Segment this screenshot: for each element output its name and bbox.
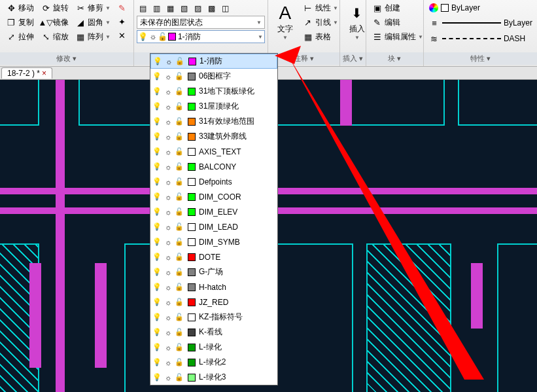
sun-icon: ☼: [164, 238, 173, 247]
layer-item[interactable]: 💡☼🔓DIM_COOR: [150, 189, 277, 204]
layer-name: G-广场: [199, 266, 223, 277]
layer-tool-6-icon[interactable]: ▩: [205, 3, 218, 14]
sun-icon: ☼: [164, 358, 173, 367]
linetype-combo[interactable]: ≋DASH: [428, 33, 534, 45]
layer-item[interactable]: 💡☼🔓1-消防: [150, 54, 277, 69]
layer-item[interactable]: 💡☼🔓AXIS_TEXT: [150, 144, 277, 159]
layer-tool-3-icon[interactable]: ▦: [164, 3, 177, 14]
bulb-icon: 💡: [152, 147, 162, 156]
mod-c-button[interactable]: ✕: [115, 29, 130, 42]
editattr-button[interactable]: ☰编辑属性▼: [370, 30, 425, 44]
layer-item[interactable]: 💡☼🔓DIM_SYMB: [150, 234, 277, 249]
layer-tool-7-icon[interactable]: ◫: [219, 3, 232, 14]
lineweight-combo[interactable]: ≡ByLayer: [428, 17, 534, 29]
edit-button[interactable]: ✎编辑: [370, 16, 425, 29]
mod-a-button[interactable]: ✎: [115, 1, 130, 14]
bulb-icon: 💡: [153, 57, 162, 66]
layer-swatch: [188, 148, 196, 156]
trim-button[interactable]: ✂修剪▼: [73, 1, 113, 15]
layer-name: 31地下顶板绿化: [199, 86, 254, 97]
lock-icon: 🔓: [175, 373, 184, 382]
lock-icon: 🔓: [175, 238, 184, 247]
layer-item[interactable]: 💡☼🔓Defpoints: [150, 174, 277, 189]
layer-item[interactable]: 💡☼🔓G-广场: [150, 264, 277, 279]
layer-name: DIM_ELEV: [199, 207, 237, 217]
layer-name: JZ_RED: [199, 298, 228, 307]
layer-item[interactable]: 💡☼🔓JZ_RED: [150, 294, 277, 310]
lock-icon: 🔓: [175, 268, 184, 277]
mirror-label: 镜像: [53, 17, 69, 28]
layer-tool-4-icon[interactable]: ▧: [178, 3, 191, 14]
parcel: [497, 243, 537, 392]
layer-combo[interactable]: 💡 ☼ 🔓 1-消防 ▼: [137, 30, 265, 43]
layer-item[interactable]: 💡☼🔓BALCONY: [150, 159, 277, 174]
layer-tool-2-icon[interactable]: ▥: [150, 3, 164, 14]
table-button[interactable]: ▦表格: [301, 30, 340, 44]
create-button[interactable]: ▣创建: [370, 1, 425, 15]
linear-label: 线性: [315, 3, 331, 14]
layer-item[interactable]: 💡☼🔓DOTE: [150, 249, 277, 264]
fillet-button[interactable]: ◢圆角▼: [73, 16, 113, 29]
layer-swatch: [188, 374, 196, 382]
layer-tool-5-icon[interactable]: ▨: [192, 3, 205, 14]
text-button[interactable]: A 文字 ▼: [271, 1, 300, 52]
layer-item[interactable]: 💡☼🔓L-绿化: [150, 340, 277, 355]
lock-icon: 🔓: [175, 223, 184, 232]
mirror-icon: ▲▽: [41, 18, 51, 28]
layer-item[interactable]: 💡☼🔓L-绿化2: [150, 355, 277, 370]
mirror-button[interactable]: ▲▽镜像: [39, 16, 71, 29]
layer-item[interactable]: 💡☼🔓DIM_ELEV: [150, 204, 277, 219]
lock-icon: 🔓: [175, 72, 184, 81]
bulb-icon: 💡: [152, 283, 162, 292]
color-combo[interactable]: ByLayer: [428, 3, 534, 13]
layer-item[interactable]: 💡☼🔓33建筑外廓线: [150, 129, 277, 144]
layer-swatch: [188, 118, 196, 126]
layer-name: DIM_SYMB: [199, 238, 240, 247]
layer-item[interactable]: 💡☼🔓06图框字: [150, 69, 277, 84]
edit-icon: ✎: [372, 18, 383, 28]
layer-item[interactable]: 💡☼🔓31地下顶板绿化: [150, 84, 277, 99]
linear-button[interactable]: ⊢线性▼: [301, 1, 340, 15]
layer-dropdown[interactable]: 💡☼🔓1-消防💡☼🔓06图框字💡☼🔓31地下顶板绿化💡☼🔓31屋顶绿化💡☼🔓31…: [150, 53, 278, 385]
layer-item[interactable]: 💡☼🔓31有效绿地范围: [150, 114, 277, 129]
lock-icon: 🔓: [175, 57, 184, 66]
mag-block: [29, 263, 41, 368]
layer-swatch: [188, 283, 196, 291]
mod-b-button[interactable]: ✦: [115, 15, 130, 28]
layer-swatch: [188, 344, 196, 351]
copy-button[interactable]: ❐复制: [4, 16, 36, 29]
stretch-label: 拉伸: [18, 31, 34, 43]
mag-block: [471, 263, 483, 329]
erase-icon: ✕: [117, 30, 128, 41]
layer-swatch: [188, 58, 196, 65]
layer-tool-1-icon[interactable]: ▤: [137, 3, 150, 14]
layer-state-combo[interactable]: 未保存的图层状态 ▼: [137, 16, 265, 29]
stretch-button[interactable]: ⤢拉伸: [4, 30, 36, 44]
layer-item[interactable]: 💡☼🔓K-看线: [150, 325, 277, 340]
layer-item[interactable]: 💡☼🔓L-绿化3: [150, 370, 277, 385]
layer-item[interactable]: 💡☼🔓31屋顶绿化: [150, 99, 277, 114]
layer-swatch: [188, 329, 196, 336]
array-button[interactable]: ▦阵列▼: [73, 30, 113, 44]
close-icon[interactable]: ×: [42, 69, 46, 78]
document-tab[interactable]: 18-7-2 ) * ×: [1, 67, 52, 79]
layer-item[interactable]: 💡☼🔓H-hatch: [150, 279, 277, 294]
leader-button[interactable]: ↗引线▼: [301, 16, 340, 29]
move-button[interactable]: ✥移动: [4, 1, 36, 15]
lock-icon: 🔓: [175, 253, 184, 262]
layer-swatch: [188, 103, 196, 111]
rotate-label: 旋转: [53, 3, 69, 14]
sun-icon: ☼: [164, 117, 173, 126]
layer-swatch: [188, 253, 196, 261]
scale-button[interactable]: ⤡缩放: [39, 30, 71, 44]
sun-icon: ☼: [164, 192, 173, 202]
fillet-icon: ◢: [75, 18, 86, 28]
bulb-icon: 💡: [152, 207, 162, 217]
lock-icon: 🔓: [158, 32, 167, 41]
mag-block: [95, 263, 107, 368]
rotate-button[interactable]: ⟳旋转: [39, 1, 71, 15]
lock-icon: 🔓: [175, 102, 184, 111]
copy-icon: ❐: [6, 18, 16, 28]
layer-item[interactable]: 💡☼🔓DIM_LEAD: [150, 219, 277, 234]
layer-item[interactable]: 💡☼🔓KZ-指标符号: [150, 310, 277, 325]
